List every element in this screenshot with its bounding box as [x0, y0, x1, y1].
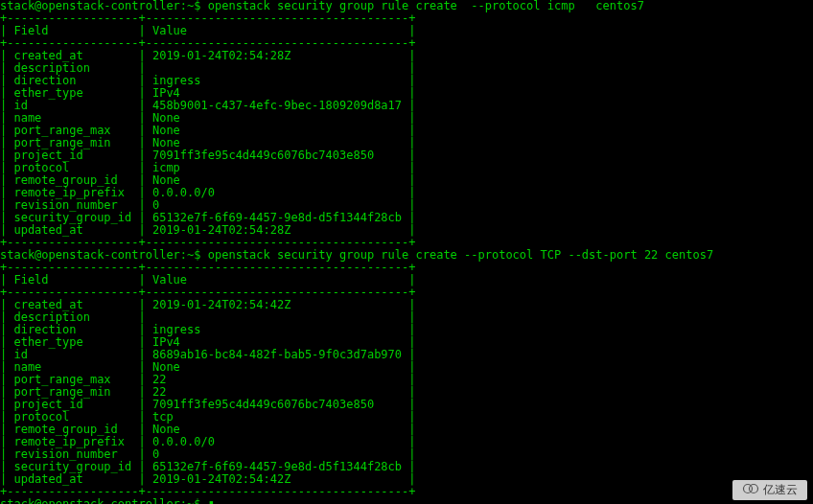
svg-point-1 [750, 485, 758, 493]
watermark-badge: 亿速云 [732, 480, 807, 500]
terminal-output[interactable]: stack@openstack-controller:~$ openstack … [0, 0, 813, 504]
watermark-text: 亿速云 [763, 484, 798, 496]
overlap-circles-icon [742, 482, 759, 498]
prompt-cursor-line: stack@openstack-controller:~$ ▮ [0, 498, 813, 504]
